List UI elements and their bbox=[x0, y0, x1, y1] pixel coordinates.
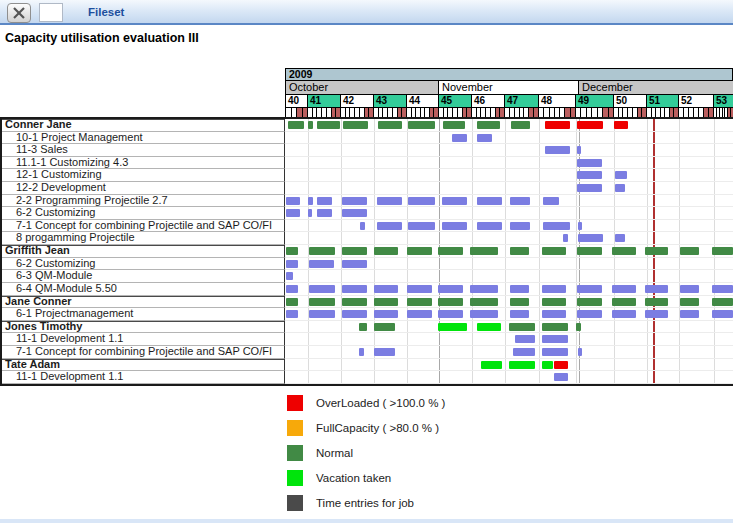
gantt-bar[interactable] bbox=[470, 310, 498, 318]
task-label[interactable]: 6-4 QM-Module 5.50 bbox=[2, 283, 285, 296]
gantt-bar[interactable] bbox=[359, 323, 367, 331]
gantt-bar[interactable] bbox=[374, 323, 395, 331]
gantt-bar[interactable] bbox=[342, 197, 367, 205]
gantt-bar[interactable] bbox=[577, 121, 603, 129]
gantt-bar[interactable] bbox=[542, 285, 566, 293]
gantt-bar[interactable] bbox=[577, 298, 602, 306]
gantt-bar[interactable] bbox=[680, 285, 699, 293]
gantt-bar[interactable] bbox=[309, 260, 334, 268]
gantt-bar[interactable] bbox=[545, 121, 570, 129]
gantt-bar[interactable] bbox=[342, 260, 367, 268]
gantt-bar[interactable] bbox=[408, 197, 435, 205]
gantt-bar[interactable] bbox=[680, 298, 699, 306]
gantt-bar[interactable] bbox=[470, 247, 498, 255]
task-label[interactable]: 7-1 Concept for combining Projectile and… bbox=[2, 346, 285, 359]
gantt-bar[interactable] bbox=[452, 134, 467, 142]
gantt-bar[interactable] bbox=[712, 298, 733, 306]
gantt-bar[interactable] bbox=[680, 247, 699, 255]
task-label[interactable]: 6-2 Customizing bbox=[2, 258, 285, 271]
task-label[interactable]: 11-3 Sales bbox=[2, 144, 285, 157]
gantt-bar[interactable] bbox=[286, 247, 298, 255]
gantt-bar[interactable] bbox=[443, 121, 465, 129]
task-label[interactable]: 12-1 Customizing bbox=[2, 169, 285, 182]
gantt-bar[interactable] bbox=[407, 285, 432, 293]
person-label[interactable]: Jones Timothy bbox=[2, 321, 285, 334]
task-label[interactable]: 11-1 Development 1.1 bbox=[2, 333, 285, 346]
gantt-bar[interactable] bbox=[442, 197, 467, 205]
gantt-bar[interactable] bbox=[577, 285, 602, 293]
gantt-bar[interactable] bbox=[515, 335, 535, 343]
gantt-bar[interactable] bbox=[286, 272, 293, 280]
gantt-bar[interactable] bbox=[442, 222, 467, 230]
gantt-bar[interactable] bbox=[377, 197, 402, 205]
task-label[interactable]: 11.1-1 Customizing 4.3 bbox=[2, 157, 285, 170]
gantt-bar[interactable] bbox=[360, 222, 365, 230]
task-label[interactable]: 7-1 Concept for combining Projectile and… bbox=[2, 220, 285, 233]
gantt-bar[interactable] bbox=[577, 247, 602, 255]
gantt-bar[interactable] bbox=[286, 197, 300, 205]
gantt-bar[interactable] bbox=[545, 146, 570, 154]
gantt-bar[interactable] bbox=[510, 298, 529, 306]
gantt-bar[interactable] bbox=[477, 134, 492, 142]
gantt-bar[interactable] bbox=[510, 310, 529, 318]
gantt-bar[interactable] bbox=[377, 222, 402, 230]
gantt-bar[interactable] bbox=[438, 323, 467, 331]
gantt-bar[interactable] bbox=[542, 298, 566, 306]
gantt-bar[interactable] bbox=[286, 298, 298, 306]
gantt-bar[interactable] bbox=[542, 247, 566, 255]
gantt-bar[interactable] bbox=[615, 171, 627, 179]
gantt-bar[interactable] bbox=[576, 323, 581, 331]
gantt-bar[interactable] bbox=[374, 310, 398, 318]
gantt-bar[interactable] bbox=[374, 247, 398, 255]
gantt-bar[interactable] bbox=[563, 234, 568, 242]
gantt-bar[interactable] bbox=[359, 348, 364, 356]
gantt-bar[interactable] bbox=[542, 335, 568, 343]
gantt-bar[interactable] bbox=[577, 171, 602, 179]
gantt-bar[interactable] bbox=[543, 222, 570, 230]
gantt-bar[interactable] bbox=[374, 298, 398, 306]
person-label[interactable]: Griffith Jean bbox=[2, 245, 285, 258]
gantt-bar[interactable] bbox=[509, 323, 535, 331]
gantt-bar[interactable] bbox=[342, 285, 367, 293]
gantt-bar[interactable] bbox=[308, 197, 313, 205]
task-label[interactable]: 6-1 Projectmanagement bbox=[2, 308, 285, 321]
gantt-bar[interactable] bbox=[554, 373, 568, 381]
gantt-bar[interactable] bbox=[712, 247, 733, 255]
gantt-bar[interactable] bbox=[407, 310, 432, 318]
gantt-bar[interactable] bbox=[374, 285, 398, 293]
task-label[interactable]: 2-2 Programming Projectile 2.7 bbox=[2, 195, 285, 208]
gantt-bar[interactable] bbox=[645, 298, 668, 306]
gantt-bar[interactable] bbox=[286, 260, 298, 268]
fileset-checkbox[interactable] bbox=[39, 3, 63, 22]
gantt-bar[interactable] bbox=[543, 197, 559, 205]
gantt-bar[interactable] bbox=[712, 285, 733, 293]
gantt-bar[interactable] bbox=[510, 197, 530, 205]
gantt-bar[interactable] bbox=[615, 184, 625, 192]
gantt-bar[interactable] bbox=[577, 146, 581, 154]
gantt-bar[interactable] bbox=[577, 159, 602, 167]
gantt-bar[interactable] bbox=[477, 197, 502, 205]
gantt-bar[interactable] bbox=[286, 285, 298, 293]
gantt-bar[interactable] bbox=[615, 234, 625, 242]
gantt-bar[interactable] bbox=[286, 209, 300, 217]
gantt-bar[interactable] bbox=[342, 310, 367, 318]
gantt-bar[interactable] bbox=[374, 348, 395, 356]
gantt-bar[interactable] bbox=[509, 361, 535, 369]
gantt-bar[interactable] bbox=[317, 197, 332, 205]
gantt-bar[interactable] bbox=[309, 285, 335, 293]
gantt-bar[interactable] bbox=[342, 298, 367, 306]
gantt-bar[interactable] bbox=[510, 285, 529, 293]
gantt-bar[interactable] bbox=[542, 323, 568, 331]
gantt-bar[interactable] bbox=[308, 121, 313, 129]
task-label[interactable]: 11-1 Development 1.1 bbox=[2, 371, 285, 384]
gantt-bar[interactable] bbox=[510, 222, 530, 230]
task-label[interactable]: 6-2 Customizing bbox=[2, 207, 285, 220]
gantt-bar[interactable] bbox=[309, 298, 335, 306]
gantt-bar[interactable] bbox=[645, 247, 668, 255]
gantt-bar[interactable] bbox=[438, 247, 463, 255]
gantt-bar[interactable] bbox=[477, 222, 502, 230]
gantt-bar[interactable] bbox=[342, 209, 367, 217]
gantt-bar[interactable] bbox=[343, 121, 368, 129]
gantt-bar[interactable] bbox=[309, 310, 335, 318]
gantt-bar[interactable] bbox=[408, 222, 435, 230]
